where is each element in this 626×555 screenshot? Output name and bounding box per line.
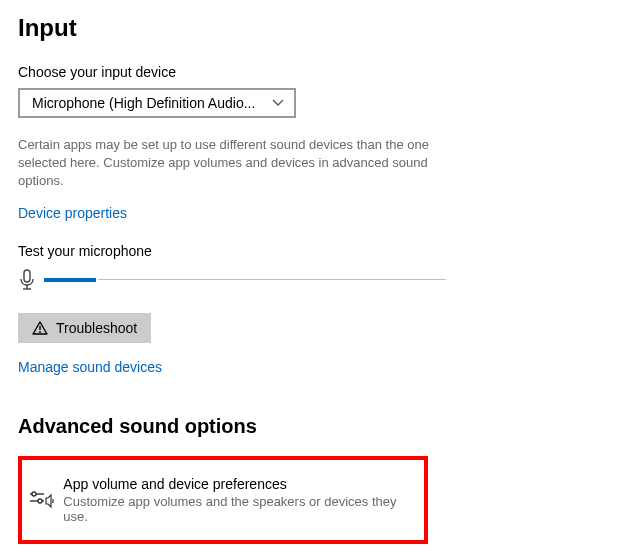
highlight-box: App volume and device preferences Custom… (18, 456, 428, 544)
input-device-value: Microphone (High Definition Audio... (32, 95, 255, 111)
app-volume-title: App volume and device preferences (63, 476, 418, 492)
app-volume-preferences[interactable]: App volume and device preferences Custom… (26, 464, 420, 536)
svg-point-6 (32, 492, 36, 496)
mic-test-row (18, 269, 608, 291)
microphone-icon (18, 269, 44, 291)
input-device-select[interactable]: Microphone (High Definition Audio... (18, 88, 296, 118)
input-heading: Input (18, 14, 608, 42)
svg-point-8 (38, 499, 42, 503)
test-mic-label: Test your microphone (18, 243, 608, 259)
device-properties-link[interactable]: Device properties (18, 205, 127, 221)
warning-icon (32, 321, 48, 335)
svg-rect-0 (24, 270, 30, 282)
app-volume-desc: Customize app volumes and the speakers o… (63, 494, 418, 524)
troubleshoot-label: Troubleshoot (56, 320, 137, 336)
svg-point-4 (39, 331, 41, 333)
advanced-heading: Advanced sound options (18, 415, 608, 438)
manage-sound-devices-link[interactable]: Manage sound devices (18, 359, 162, 375)
mic-level-meter (44, 278, 446, 282)
sliders-icon (28, 489, 63, 511)
chevron-down-icon (272, 99, 284, 107)
choose-device-label: Choose your input device (18, 64, 608, 80)
troubleshoot-button[interactable]: Troubleshoot (18, 313, 151, 343)
input-note: Certain apps may be set up to use differ… (18, 136, 458, 191)
